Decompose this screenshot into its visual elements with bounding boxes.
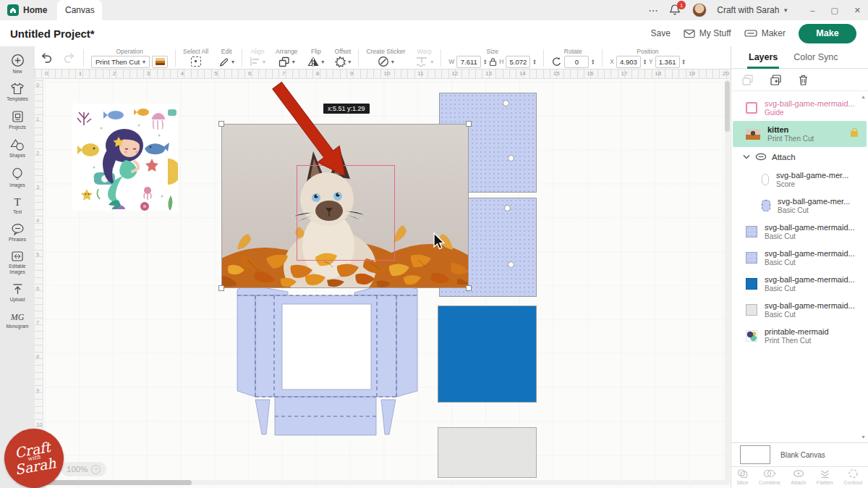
layer-row-basic-cut-blue[interactable]: svg-ball-game-mermaid... Basic Cut [733,271,867,297]
sidebar-item-phrases[interactable]: Phrases [1,223,34,243]
layer-thumbnail [746,330,757,342]
arrange-icon [278,56,290,67]
slice-button[interactable]: Slice [736,468,748,486]
layer-row-basic-cut-1[interactable]: svg-ball-game-mermaid... Basic Cut [733,219,867,245]
flatten-button[interactable]: Flatten [817,468,833,486]
selection-handle-top-right[interactable] [466,121,472,127]
sidebar-item-editable-images[interactable]: Editable Images [1,251,34,275]
position-y-input[interactable]: 1.361 [655,56,680,68]
redo-button[interactable] [58,51,81,64]
layer-group-attach[interactable]: Attach [733,147,867,167]
layer-row-basic-cut-gray[interactable]: svg-ball-game-mermaid... Basic Cut [733,297,867,323]
maker-button[interactable]: Maker [744,28,786,38]
canvas-object-box-template[interactable] [235,283,420,446]
rotate-icon [551,56,562,67]
canvas-object-rect-blue[interactable] [438,306,537,403]
vertical-scrollbar-thumb[interactable] [725,81,730,132]
warp-button[interactable]: Warp ▾ [410,48,438,68]
templates-icon [10,83,25,95]
make-button[interactable]: Make [799,24,856,43]
sidebar-item-templates[interactable]: Templates [1,83,34,102]
canvas-object-rect-gray[interactable] [438,427,537,478]
maximize-button[interactable]: ▢ [830,6,838,15]
save-button[interactable]: Save [651,28,671,38]
rotate-stepper[interactable]: ▲▼ [591,59,595,65]
ruler-number: 7 [282,70,285,77]
group-icon[interactable] [741,74,754,86]
zoom-in-icon[interactable]: + [91,465,101,474]
ruler-number: 16 [587,70,594,77]
create-sticker-button[interactable]: Create Sticker ▾ [361,48,410,68]
vertical-scrollbar[interactable] [725,80,730,485]
account-menu[interactable]: Craft with Sarah ▼ [717,5,788,15]
scroll-up-icon[interactable]: ▲ [861,94,866,99]
selection-handle-bottom-left[interactable] [218,285,224,291]
canvas-object-kitten-photo[interactable] [221,124,469,288]
align-button[interactable]: Align ▾ [244,48,271,68]
sidebar-item-text[interactable]: T Text [1,196,34,215]
my-stuff-button[interactable]: My Stuff [684,28,731,38]
tab-color-sync[interactable]: Color Sync [793,46,838,69]
horizontal-scrollbar[interactable] [43,480,726,485]
edit-button[interactable]: Edit ▾ [213,48,239,68]
select-all-button[interactable]: Select All [178,48,213,68]
notifications-button[interactable]: 1 [669,4,682,17]
print-color-swatch-button[interactable] [152,56,168,68]
sidebar-item-monogram[interactable]: MG Monogram [1,311,34,329]
height-input[interactable]: 5.072 [506,56,530,68]
selection-handle-top-left[interactable] [218,121,224,127]
layer-row-kitten[interactable]: kitten Print Then Cut [733,121,867,147]
position-y-stepper[interactable]: ▲▼ [682,59,686,65]
layer-row-basic-cut-2[interactable]: svg-ball-game-mermaid... Basic Cut [733,245,867,271]
design-canvas[interactable]: 01234567891011121314151617181920 0123456… [35,70,731,488]
sidebar-item-upload[interactable]: Upload [1,283,34,303]
combine-button[interactable]: Combine [759,468,780,486]
sidebar-item-shapes[interactable]: Shapes [1,138,34,159]
undo-button[interactable] [35,51,58,64]
operation-dropdown[interactable]: Print Then Cut▾ [91,56,150,68]
layer-thumbnail [746,252,757,264]
height-stepper[interactable]: ▲▼ [532,59,536,65]
images-icon [12,167,23,181]
scroll-down-icon[interactable]: ▼ [861,434,866,439]
zoom-control[interactable]: 100% + [61,462,106,476]
tab-canvas[interactable]: Canvas [57,0,102,20]
horizontal-scrollbar-thumb[interactable] [43,480,192,485]
ruler-number: 12 [451,70,458,77]
arrange-button[interactable]: Arrange ▾ [271,48,302,68]
layer-row-guide[interactable]: svg-ball-game-mermaid... Guide [733,95,867,121]
duplicate-icon[interactable] [770,74,782,86]
tab-home[interactable]: Home [0,0,57,20]
layer-row-score[interactable]: svg-ball-game-mer... Score [733,167,867,193]
attach-button[interactable]: Attach [791,468,806,486]
project-header: Untitled Project* Save My Stuff Maker Ma… [0,20,868,46]
close-button[interactable]: ✕ [854,6,861,15]
editable-images-icon [11,251,24,262]
sidebar-item-images[interactable]: Images [1,167,34,188]
lock-icon[interactable] [851,131,858,137]
overflow-menu-icon[interactable]: ⋯ [648,4,659,16]
tab-layers[interactable]: Layers [749,46,778,69]
delete-icon[interactable] [798,74,809,86]
offset-button[interactable]: Offset ▾ [329,48,356,68]
canvas-object-mermaid-clipart[interactable] [72,104,178,211]
width-input[interactable]: 7.611 [456,56,481,68]
minimize-button[interactable]: – [810,6,814,15]
new-icon [11,54,25,67]
layer-row-printable-mermaid[interactable]: printable-mermaid Print Then Cut [733,323,867,349]
sidebar-item-new[interactable]: New [1,54,34,75]
position-x-stepper[interactable]: ▲▼ [643,59,647,65]
contour-button[interactable]: Contour [843,468,863,486]
avatar[interactable] [692,3,707,17]
sidebar-item-projects[interactable]: Projects [1,110,34,130]
selection-handle-bottom-right[interactable] [466,285,472,291]
lock-icon[interactable] [489,57,497,67]
hole [508,155,514,161]
layer-row-basic-cut-capsule[interactable]: svg-ball-game-mer... Basic Cut [733,193,867,219]
flip-button[interactable]: Flip ▾ [302,48,329,68]
rotate-input[interactable]: 0 [564,56,589,68]
width-stepper[interactable]: ▲▼ [483,59,487,65]
layer-thumbnail [746,129,760,140]
position-x-input[interactable]: 4.903 [616,56,641,68]
blank-canvas-row[interactable]: Blank Canvas [731,442,868,466]
